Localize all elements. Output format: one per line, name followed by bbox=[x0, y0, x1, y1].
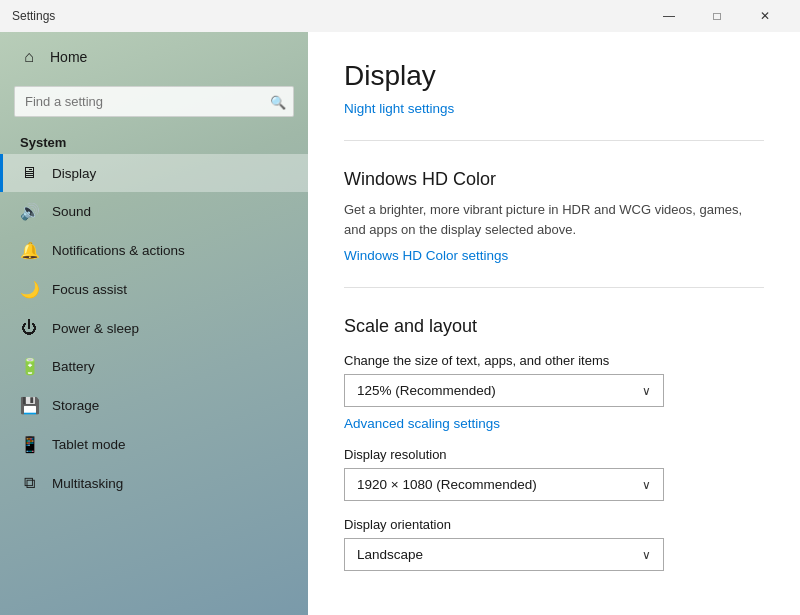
sidebar-item-storage-label: Storage bbox=[52, 398, 99, 413]
main-container: ⌂ Home 🔍 System 🖥 Display 🔊 Sound 🔔 Noti… bbox=[0, 32, 800, 615]
night-light-link[interactable]: Night light settings bbox=[344, 101, 454, 116]
resolution-dropdown[interactable]: 1920 × 1080 (Recommended) ∨ bbox=[344, 468, 664, 501]
divider-1 bbox=[344, 140, 764, 141]
close-button[interactable]: ✕ bbox=[742, 0, 788, 32]
display-icon: 🖥 bbox=[20, 164, 38, 182]
titlebar-title: Settings bbox=[12, 9, 55, 23]
orientation-dropdown-value: Landscape bbox=[357, 547, 423, 562]
divider-2 bbox=[344, 287, 764, 288]
scale-layout-title: Scale and layout bbox=[344, 316, 764, 337]
sound-icon: 🔊 bbox=[20, 202, 38, 221]
multitasking-icon: ⧉ bbox=[20, 474, 38, 492]
sidebar-section-label: System bbox=[0, 129, 308, 154]
sidebar-item-notifications[interactable]: 🔔 Notifications & actions bbox=[0, 231, 308, 270]
sidebar-home-label: Home bbox=[50, 49, 87, 65]
search-input[interactable] bbox=[14, 86, 294, 117]
sidebar-item-power[interactable]: ⏻ Power & sleep bbox=[0, 309, 308, 347]
sidebar-item-tablet[interactable]: 📱 Tablet mode bbox=[0, 425, 308, 464]
scale-dropdown-value: 125% (Recommended) bbox=[357, 383, 496, 398]
notifications-icon: 🔔 bbox=[20, 241, 38, 260]
hd-color-title: Windows HD Color bbox=[344, 169, 764, 190]
minimize-button[interactable]: — bbox=[646, 0, 692, 32]
sidebar-item-display[interactable]: 🖥 Display bbox=[0, 154, 308, 192]
sidebar: ⌂ Home 🔍 System 🖥 Display 🔊 Sound 🔔 Noti… bbox=[0, 32, 308, 615]
orientation-dropdown[interactable]: Landscape ∨ bbox=[344, 538, 664, 571]
scale-layout-section: Scale and layout Change the size of text… bbox=[344, 316, 764, 571]
sidebar-item-notifications-label: Notifications & actions bbox=[52, 243, 185, 258]
hd-color-description: Get a brighter, more vibrant picture in … bbox=[344, 200, 764, 239]
page-title: Display bbox=[344, 60, 764, 92]
resolution-field-label: Display resolution bbox=[344, 447, 764, 462]
sidebar-item-battery-label: Battery bbox=[52, 359, 95, 374]
scale-field-label: Change the size of text, apps, and other… bbox=[344, 353, 764, 368]
focus-icon: 🌙 bbox=[20, 280, 38, 299]
sidebar-item-focus[interactable]: 🌙 Focus assist bbox=[0, 270, 308, 309]
scale-dropdown[interactable]: 125% (Recommended) ∨ bbox=[344, 374, 664, 407]
sidebar-item-sound-label: Sound bbox=[52, 204, 91, 219]
sidebar-item-power-label: Power & sleep bbox=[52, 321, 139, 336]
resolution-dropdown-chevron: ∨ bbox=[642, 478, 651, 492]
storage-icon: 💾 bbox=[20, 396, 38, 415]
sidebar-home[interactable]: ⌂ Home bbox=[0, 32, 308, 82]
scale-dropdown-chevron: ∨ bbox=[642, 384, 651, 398]
hd-color-settings-link[interactable]: Windows HD Color settings bbox=[344, 248, 508, 263]
sidebar-item-multitasking-label: Multitasking bbox=[52, 476, 123, 491]
orientation-field-label: Display orientation bbox=[344, 517, 764, 532]
sidebar-item-battery[interactable]: 🔋 Battery bbox=[0, 347, 308, 386]
sidebar-item-sound[interactable]: 🔊 Sound bbox=[0, 192, 308, 231]
resolution-dropdown-value: 1920 × 1080 (Recommended) bbox=[357, 477, 537, 492]
sidebar-item-focus-label: Focus assist bbox=[52, 282, 127, 297]
battery-icon: 🔋 bbox=[20, 357, 38, 376]
sidebar-item-storage[interactable]: 💾 Storage bbox=[0, 386, 308, 425]
sidebar-item-display-label: Display bbox=[52, 166, 96, 181]
maximize-button[interactable]: □ bbox=[694, 0, 740, 32]
advanced-scaling-link[interactable]: Advanced scaling settings bbox=[344, 416, 500, 431]
orientation-dropdown-chevron: ∨ bbox=[642, 548, 651, 562]
sidebar-item-multitasking[interactable]: ⧉ Multitasking bbox=[0, 464, 308, 502]
titlebar: Settings — □ ✕ bbox=[0, 0, 800, 32]
sidebar-item-tablet-label: Tablet mode bbox=[52, 437, 126, 452]
content-area: Display Night light settings Windows HD … bbox=[308, 32, 800, 615]
hd-color-section: Windows HD Color Get a brighter, more vi… bbox=[344, 169, 764, 263]
home-icon: ⌂ bbox=[20, 48, 38, 66]
sidebar-search: 🔍 bbox=[14, 86, 294, 117]
titlebar-controls: — □ ✕ bbox=[646, 0, 788, 32]
tablet-icon: 📱 bbox=[20, 435, 38, 454]
power-icon: ⏻ bbox=[20, 319, 38, 337]
search-icon: 🔍 bbox=[270, 94, 286, 109]
